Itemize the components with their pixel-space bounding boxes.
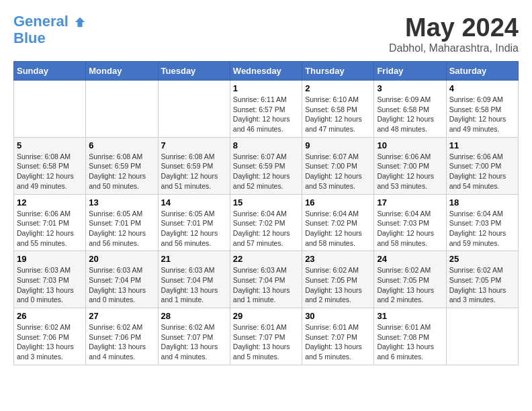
calendar-cell: 21Sunrise: 6:03 AMSunset: 7:04 PMDayligh… (158, 251, 230, 308)
day-info: Sunrise: 6:04 AMSunset: 7:02 PMDaylight:… (305, 209, 371, 248)
day-number: 15 (233, 197, 299, 208)
day-number: 10 (377, 140, 443, 150)
day-number: 16 (305, 197, 371, 208)
day-of-week-monday: Monday (86, 62, 158, 81)
day-number: 7 (161, 140, 227, 150)
day-of-week-saturday: Saturday (446, 62, 518, 81)
day-number: 25 (449, 254, 515, 264)
day-info: Sunrise: 6:02 AMSunset: 7:05 PMDaylight:… (449, 265, 515, 305)
day-info: Sunrise: 6:09 AMSunset: 6:58 PMDaylight:… (449, 95, 515, 134)
calendar-cell: 28Sunrise: 6:02 AMSunset: 7:07 PMDayligh… (158, 308, 230, 365)
days-header-row: SundayMondayTuesdayWednesdayThursdayFrid… (14, 62, 519, 81)
calendar-cell: 11Sunrise: 6:06 AMSunset: 7:00 PMDayligh… (446, 137, 518, 194)
day-number: 19 (17, 254, 83, 264)
calendar-cell: 19Sunrise: 6:03 AMSunset: 7:03 PMDayligh… (14, 251, 86, 308)
calendar-table: SundayMondayTuesdayWednesdayThursdayFrid… (13, 61, 519, 365)
day-info: Sunrise: 6:08 AMSunset: 6:58 PMDaylight:… (17, 152, 83, 191)
day-info: Sunrise: 6:03 AMSunset: 7:04 PMDaylight:… (233, 265, 299, 305)
day-of-week-sunday: Sunday (14, 62, 86, 81)
calendar-cell: 6Sunrise: 6:08 AMSunset: 6:59 PMDaylight… (86, 137, 158, 194)
day-number: 8 (233, 140, 299, 150)
calendar-cell: 29Sunrise: 6:01 AMSunset: 7:07 PMDayligh… (230, 308, 302, 365)
day-info: Sunrise: 6:08 AMSunset: 6:59 PMDaylight:… (161, 152, 227, 191)
day-info: Sunrise: 6:04 AMSunset: 7:03 PMDaylight:… (449, 209, 515, 248)
calendar-cell: 8Sunrise: 6:07 AMSunset: 6:59 PMDaylight… (230, 137, 302, 194)
day-number: 31 (377, 311, 443, 321)
day-info: Sunrise: 6:04 AMSunset: 7:03 PMDaylight:… (377, 209, 443, 248)
day-info: Sunrise: 6:04 AMSunset: 7:02 PMDaylight:… (233, 209, 299, 248)
calendar-cell: 7Sunrise: 6:08 AMSunset: 6:59 PMDaylight… (158, 137, 230, 194)
week-row-2: 5Sunrise: 6:08 AMSunset: 6:58 PMDaylight… (14, 137, 519, 194)
day-of-week-thursday: Thursday (302, 62, 374, 81)
calendar-cell: 26Sunrise: 6:02 AMSunset: 7:06 PMDayligh… (14, 308, 86, 365)
day-number: 4 (449, 83, 515, 93)
day-info: Sunrise: 6:05 AMSunset: 7:01 PMDaylight:… (89, 209, 154, 248)
day-number: 5 (17, 140, 83, 150)
day-info: Sunrise: 6:01 AMSunset: 7:07 PMDaylight:… (305, 322, 371, 362)
logo-text: General (13, 13, 86, 30)
day-info: Sunrise: 6:07 AMSunset: 6:59 PMDaylight:… (233, 152, 299, 191)
calendar-cell: 30Sunrise: 6:01 AMSunset: 7:07 PMDayligh… (302, 308, 374, 365)
day-info: Sunrise: 6:01 AMSunset: 7:08 PMDaylight:… (377, 322, 443, 362)
day-info: Sunrise: 6:03 AMSunset: 7:04 PMDaylight:… (89, 265, 154, 305)
calendar-cell: 18Sunrise: 6:04 AMSunset: 7:03 PMDayligh… (446, 194, 518, 251)
week-row-4: 19Sunrise: 6:03 AMSunset: 7:03 PMDayligh… (14, 251, 519, 308)
calendar-cell: 5Sunrise: 6:08 AMSunset: 6:58 PMDaylight… (14, 137, 86, 194)
calendar-cell (158, 81, 230, 138)
calendar-cell: 23Sunrise: 6:02 AMSunset: 7:05 PMDayligh… (302, 251, 374, 308)
calendar-cell: 31Sunrise: 6:01 AMSunset: 7:08 PMDayligh… (374, 308, 446, 365)
day-number: 1 (233, 83, 299, 93)
day-info: Sunrise: 6:02 AMSunset: 7:05 PMDaylight:… (305, 265, 371, 305)
day-number: 24 (377, 254, 443, 264)
day-number: 20 (89, 254, 154, 264)
calendar-cell: 20Sunrise: 6:03 AMSunset: 7:04 PMDayligh… (86, 251, 158, 308)
logo-blue: Blue (13, 30, 46, 47)
day-of-week-tuesday: Tuesday (158, 62, 230, 81)
day-info: Sunrise: 6:03 AMSunset: 7:04 PMDaylight:… (161, 265, 227, 305)
calendar-cell: 10Sunrise: 6:06 AMSunset: 7:00 PMDayligh… (374, 137, 446, 194)
calendar-cell: 25Sunrise: 6:02 AMSunset: 7:05 PMDayligh… (446, 251, 518, 308)
day-info: Sunrise: 6:07 AMSunset: 7:00 PMDaylight:… (305, 152, 371, 191)
logo: General Blue (13, 13, 86, 47)
day-info: Sunrise: 6:01 AMSunset: 7:07 PMDaylight:… (233, 322, 299, 362)
day-info: Sunrise: 6:10 AMSunset: 6:58 PMDaylight:… (305, 95, 371, 134)
day-number: 17 (377, 197, 443, 208)
calendar-cell (86, 81, 158, 138)
calendar-cell: 2Sunrise: 6:10 AMSunset: 6:58 PMDaylight… (302, 81, 374, 138)
day-info: Sunrise: 6:08 AMSunset: 6:59 PMDaylight:… (89, 152, 154, 191)
day-number: 23 (305, 254, 371, 264)
day-number: 18 (449, 197, 515, 208)
month-title: May 2024 (389, 13, 519, 42)
week-row-3: 12Sunrise: 6:06 AMSunset: 7:01 PMDayligh… (14, 194, 519, 251)
calendar-cell: 27Sunrise: 6:02 AMSunset: 7:06 PMDayligh… (86, 308, 158, 365)
day-info: Sunrise: 6:03 AMSunset: 7:03 PMDaylight:… (17, 265, 83, 305)
day-number: 14 (161, 197, 227, 208)
day-number: 6 (89, 140, 154, 150)
day-info: Sunrise: 6:06 AMSunset: 7:01 PMDaylight:… (17, 209, 83, 248)
calendar-cell: 1Sunrise: 6:11 AMSunset: 6:57 PMDaylight… (230, 81, 302, 138)
day-number: 29 (233, 311, 299, 321)
calendar-cell: 3Sunrise: 6:09 AMSunset: 6:58 PMDaylight… (374, 81, 446, 138)
day-number: 28 (161, 311, 227, 321)
calendar-cell: 17Sunrise: 6:04 AMSunset: 7:03 PMDayligh… (374, 194, 446, 251)
week-row-5: 26Sunrise: 6:02 AMSunset: 7:06 PMDayligh… (14, 308, 519, 365)
day-number: 11 (449, 140, 515, 150)
day-number: 12 (17, 197, 83, 208)
title-area: May 2024 Dabhol, Maharashtra, India (389, 13, 519, 54)
calendar-cell: 22Sunrise: 6:03 AMSunset: 7:04 PMDayligh… (230, 251, 302, 308)
day-number: 3 (377, 83, 443, 93)
day-info: Sunrise: 6:11 AMSunset: 6:57 PMDaylight:… (233, 95, 299, 134)
calendar-cell: 12Sunrise: 6:06 AMSunset: 7:01 PMDayligh… (14, 194, 86, 251)
day-info: Sunrise: 6:05 AMSunset: 7:01 PMDaylight:… (161, 209, 227, 248)
calendar-cell: 9Sunrise: 6:07 AMSunset: 7:00 PMDaylight… (302, 137, 374, 194)
svg-marker-0 (75, 17, 85, 27)
calendar-cell: 4Sunrise: 6:09 AMSunset: 6:58 PMDaylight… (446, 81, 518, 138)
calendar-cell: 24Sunrise: 6:02 AMSunset: 7:05 PMDayligh… (374, 251, 446, 308)
page-header: General Blue May 2024 Dabhol, Maharashtr… (13, 13, 519, 54)
day-number: 27 (89, 311, 154, 321)
day-info: Sunrise: 6:06 AMSunset: 7:00 PMDaylight:… (377, 152, 443, 191)
day-number: 13 (89, 197, 154, 208)
calendar-cell: 13Sunrise: 6:05 AMSunset: 7:01 PMDayligh… (86, 194, 158, 251)
location: Dabhol, Maharashtra, India (389, 42, 519, 54)
day-number: 30 (305, 311, 371, 321)
